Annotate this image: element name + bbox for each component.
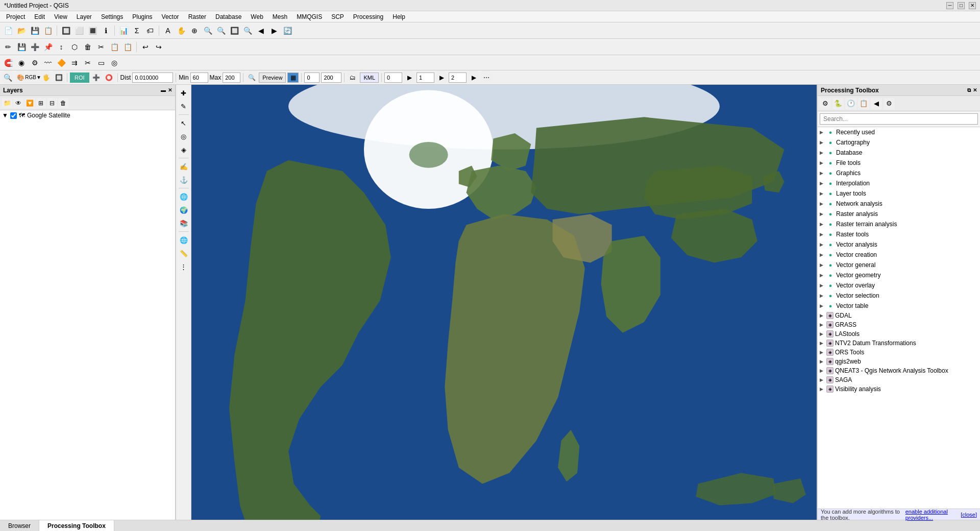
menu-item-mesh[interactable]: Mesh (268, 12, 291, 21)
menu-item-vector[interactable]: Vector (158, 12, 183, 21)
tool-edit[interactable]: ✎ (178, 100, 190, 112)
browser-tab[interactable]: Browser (0, 520, 39, 532)
edit-layer-button[interactable]: ✏ (2, 41, 14, 53)
layers-close[interactable]: ✕ (168, 87, 172, 93)
menu-item-database[interactable]: Database (211, 12, 246, 21)
preview-button[interactable]: Preview (259, 73, 286, 83)
menu-item-project[interactable]: Project (2, 12, 29, 21)
minimize-button[interactable]: ─ (946, 2, 953, 9)
pt-back-button[interactable]: ◀ (871, 98, 882, 109)
pt-float-button[interactable]: ⧉ (967, 87, 971, 93)
node-tool-button[interactable]: ⬡ (68, 41, 81, 53)
tool-digitize[interactable]: ◎ (178, 130, 190, 142)
arrow1-button[interactable]: ▶ (404, 72, 415, 83)
more-button[interactable]: ⋯ (481, 72, 492, 83)
pt-tree-item-23[interactable]: ▶◈qgis2web (818, 357, 980, 366)
val2-input[interactable] (321, 73, 341, 83)
close-button[interactable]: ✕ (969, 2, 976, 9)
rgb-select-button[interactable]: RGB▼ (28, 72, 39, 83)
pt-close-button[interactable]: ✕ (973, 87, 977, 93)
zoom-extent-button[interactable]: ⊕ (188, 25, 201, 37)
pt-footer-link[interactable]: enable additional providers... (905, 509, 961, 521)
num2-input[interactable] (416, 73, 434, 83)
pt-tree-item-21[interactable]: ▶◈NTV2 Datum Transformations (818, 339, 980, 348)
menu-item-edit[interactable]: Edit (30, 12, 49, 21)
stats-button[interactable]: Σ (131, 25, 143, 37)
maximize-button[interactable]: □ (958, 2, 965, 9)
select-features-button[interactable]: 🔲 (60, 25, 72, 37)
pan-map-button[interactable]: 🖐 (40, 72, 52, 83)
digitize-shape-button[interactable]: ▭ (95, 57, 107, 69)
kml-button[interactable]: KML (360, 73, 379, 83)
zoom-preview-button[interactable]: ⭕ (104, 72, 115, 83)
save-as-button[interactable]: 📋 (42, 25, 54, 37)
layer-item[interactable]: ▼ 🗺 Google Satellite (0, 110, 175, 120)
pt-tree-item-25[interactable]: ▶◈SAGA (818, 375, 980, 384)
menu-item-layer[interactable]: Layer (72, 12, 96, 21)
remove-layer-button[interactable]: 🗑 (58, 98, 68, 108)
copy-features-button[interactable]: 📋 (108, 41, 120, 53)
save-project-button[interactable]: 💾 (29, 25, 41, 37)
tool-measure[interactable]: 📏 (178, 247, 190, 259)
menu-item-settings[interactable]: Settings (97, 12, 127, 21)
pt-tree-item-7[interactable]: ▶●Network analysis (818, 199, 980, 209)
map-canvas-area[interactable] (191, 85, 817, 520)
val1-input[interactable] (304, 73, 320, 83)
pt-tree-item-6[interactable]: ▶●Layer tools (818, 188, 980, 199)
add-feature-button[interactable]: 📌 (42, 41, 54, 53)
pt-tree-item-26[interactable]: ▶◈Visibility analysis (818, 384, 980, 394)
label-button[interactable]: 🏷 (144, 25, 156, 37)
max-input[interactable] (223, 73, 240, 83)
pt-help-button[interactable]: 📋 (858, 98, 869, 109)
zoom-in-button[interactable]: 🔍 (202, 25, 214, 37)
topology-button[interactable]: ◉ (15, 57, 28, 69)
qgis-settings-button[interactable]: 🎨 (15, 72, 26, 83)
pt-tree-item-13[interactable]: ▶●Vector general (818, 260, 980, 270)
expand-all-button[interactable]: ⊞ (36, 98, 46, 108)
menu-item-scp[interactable]: SCP (327, 12, 348, 21)
color-table-button[interactable]: ▦ (287, 73, 299, 83)
save-edits-button[interactable]: 💾 (15, 41, 28, 53)
open-attribute-button[interactable]: 📊 (117, 25, 130, 37)
identify-button[interactable]: ℹ (100, 25, 112, 37)
tool-more[interactable]: ⋮ (178, 260, 190, 273)
tool-new-point[interactable]: ✚ (178, 87, 190, 99)
pt-tree-item-5[interactable]: ▶●Interpolation (818, 178, 980, 188)
snapping-button[interactable]: 🧲 (2, 57, 14, 69)
pt-search-input[interactable] (820, 113, 978, 125)
pt-tree-item-10[interactable]: ▶●Raster tools (818, 229, 980, 239)
menu-item-view[interactable]: View (50, 12, 71, 21)
zoom-last-button[interactable]: ◀ (255, 25, 267, 37)
move-feature-button[interactable]: ↕ (55, 41, 67, 53)
tool-anchor[interactable]: ⚓ (178, 174, 190, 186)
pt-tree-item-3[interactable]: ▶●File tools (818, 158, 980, 168)
tool-vertex[interactable]: ◈ (178, 143, 190, 156)
fill-ring-button[interactable]: ◎ (108, 57, 120, 69)
arrow3-button[interactable]: ▶ (468, 72, 479, 83)
pt-tree-item-2[interactable]: ▶●Database (818, 148, 980, 158)
pt-python-button[interactable]: 🐍 (832, 98, 844, 109)
min-input[interactable] (190, 73, 208, 83)
pt-tree-item-24[interactable]: ▶◈QNEAT3 - Qgis Network Analysis Toolbox (818, 366, 980, 375)
add-group-button[interactable]: 📁 (2, 98, 12, 108)
tool-globe2[interactable]: 🌍 (178, 204, 190, 216)
num3-input[interactable] (449, 73, 467, 83)
zoom-layer-button[interactable]: 🔲 (228, 25, 240, 37)
tool-globe[interactable]: 🌐 (178, 190, 190, 203)
manage-layer-visibility[interactable]: 👁 (13, 98, 23, 108)
paste-features-button[interactable]: 📋 (121, 41, 134, 53)
arrow2-button[interactable]: ▶ (436, 72, 447, 83)
offset-button[interactable]: ⇉ (68, 57, 81, 69)
pt-tree-item-17[interactable]: ▶●Vector table (818, 301, 980, 311)
processing-toolbox-tab[interactable]: Processing Toolbox (39, 520, 114, 532)
delete-selected-button[interactable]: 🗑 (82, 41, 94, 53)
tool-annotate[interactable]: ✍ (178, 160, 190, 173)
zoom-next-button[interactable]: ▶ (268, 25, 280, 37)
zoom-full-button[interactable]: 🔍 (241, 25, 254, 37)
deselect-button[interactable]: 🔳 (86, 25, 99, 37)
preview-zoom-button[interactable]: 🔍 (246, 72, 257, 83)
qgis-search-button[interactable]: 🔍 (2, 72, 13, 83)
refresh-button[interactable]: 🔄 (281, 25, 293, 37)
pt-tree-item-0[interactable]: ▶●Recently used (818, 127, 980, 137)
pt-settings-button[interactable]: ⚙ (884, 98, 895, 109)
